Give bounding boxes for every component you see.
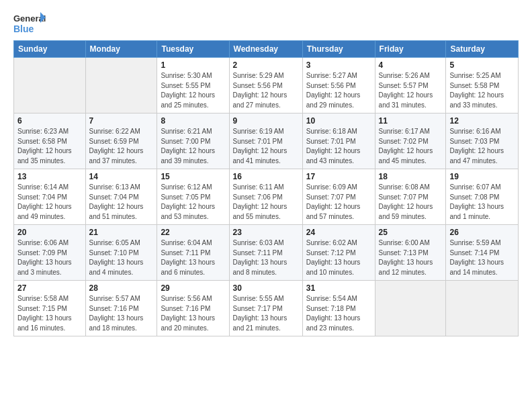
day-detail: Sunrise: 6:16 AM Sunset: 7:03 PM Dayligh… [449,127,515,166]
week-row-2: 6Sunrise: 6:23 AM Sunset: 6:58 PM Daylig… [14,113,519,169]
day-number: 23 [233,228,299,237]
day-detail: Sunrise: 5:27 AM Sunset: 5:56 PM Dayligh… [306,71,371,110]
calendar-cell: 11Sunrise: 6:17 AM Sunset: 7:02 PM Dayli… [375,113,446,169]
calendar-cell: 22Sunrise: 6:04 AM Sunset: 7:11 PM Dayli… [157,225,229,281]
calendar-cell: 9Sunrise: 6:19 AM Sunset: 7:01 PM Daylig… [229,113,302,169]
day-detail: Sunrise: 6:17 AM Sunset: 7:02 PM Dayligh… [379,127,443,166]
calendar-cell [446,281,519,336]
logo-svg: General Blue [13,11,46,36]
day-number: 5 [449,60,515,70]
calendar-cell: 12Sunrise: 6:16 AM Sunset: 7:03 PM Dayli… [446,113,519,169]
day-header-friday: Friday [375,41,446,58]
day-detail: Sunrise: 6:14 AM Sunset: 7:04 PM Dayligh… [17,183,82,222]
day-detail: Sunrise: 6:23 AM Sunset: 6:58 PM Dayligh… [17,127,82,166]
day-detail: Sunrise: 5:56 AM Sunset: 7:16 PM Dayligh… [161,294,225,333]
day-number: 4 [379,60,443,70]
day-detail: Sunrise: 6:00 AM Sunset: 7:13 PM Dayligh… [379,238,443,277]
calendar-cell [14,58,86,113]
day-number: 14 [89,172,154,181]
calendar-cell: 28Sunrise: 5:57 AM Sunset: 7:16 PM Dayli… [85,281,157,336]
week-row-1: 1Sunrise: 5:30 AM Sunset: 5:55 PM Daylig… [14,58,519,113]
calendar-cell: 31Sunrise: 5:54 AM Sunset: 7:18 PM Dayli… [302,281,375,336]
day-detail: Sunrise: 6:05 AM Sunset: 7:10 PM Dayligh… [89,238,154,277]
week-row-4: 20Sunrise: 6:06 AM Sunset: 7:09 PM Dayli… [14,225,519,281]
day-detail: Sunrise: 5:25 AM Sunset: 5:58 PM Dayligh… [449,71,515,110]
calendar-table: SundayMondayTuesdayWednesdayThursdayFrid… [13,40,519,336]
day-number: 31 [306,283,371,293]
day-header-saturday: Saturday [446,41,519,58]
calendar-cell: 18Sunrise: 6:08 AM Sunset: 7:07 PM Dayli… [375,169,446,225]
day-detail: Sunrise: 5:55 AM Sunset: 7:17 PM Dayligh… [233,294,299,333]
calendar-cell [85,58,157,113]
day-detail: Sunrise: 6:19 AM Sunset: 7:01 PM Dayligh… [233,127,299,166]
day-detail: Sunrise: 5:29 AM Sunset: 5:56 PM Dayligh… [233,71,299,110]
day-number: 11 [379,116,443,126]
calendar-cell: 15Sunrise: 6:12 AM Sunset: 7:05 PM Dayli… [157,169,229,225]
calendar-cell: 1Sunrise: 5:30 AM Sunset: 5:55 PM Daylig… [157,58,229,113]
day-detail: Sunrise: 6:12 AM Sunset: 7:05 PM Dayligh… [161,183,225,222]
day-number: 7 [89,116,154,126]
day-header-thursday: Thursday [302,41,375,58]
calendar-cell: 14Sunrise: 6:13 AM Sunset: 7:04 PM Dayli… [85,169,157,225]
day-number: 12 [449,116,515,126]
day-number: 19 [449,172,515,181]
week-row-5: 27Sunrise: 5:58 AM Sunset: 7:15 PM Dayli… [14,281,519,336]
day-detail: Sunrise: 6:06 AM Sunset: 7:09 PM Dayligh… [17,238,82,277]
day-number: 1 [161,60,225,70]
day-number: 24 [306,228,371,237]
calendar-cell: 2Sunrise: 5:29 AM Sunset: 5:56 PM Daylig… [229,58,302,113]
day-number: 29 [161,283,225,293]
day-detail: Sunrise: 6:09 AM Sunset: 7:07 PM Dayligh… [306,183,371,222]
calendar-cell: 20Sunrise: 6:06 AM Sunset: 7:09 PM Dayli… [14,225,86,281]
day-number: 21 [89,228,154,237]
calendar-cell: 26Sunrise: 5:59 AM Sunset: 7:14 PM Dayli… [446,225,519,281]
day-number: 26 [449,228,515,237]
calendar-cell: 27Sunrise: 5:58 AM Sunset: 7:15 PM Dayli… [14,281,86,336]
calendar-cell: 21Sunrise: 6:05 AM Sunset: 7:10 PM Dayli… [85,225,157,281]
day-detail: Sunrise: 6:08 AM Sunset: 7:07 PM Dayligh… [379,183,443,222]
day-detail: Sunrise: 5:59 AM Sunset: 7:14 PM Dayligh… [449,238,515,277]
calendar-cell: 4Sunrise: 5:26 AM Sunset: 5:57 PM Daylig… [375,58,446,113]
calendar-cell: 8Sunrise: 6:21 AM Sunset: 7:00 PM Daylig… [157,113,229,169]
header-row: SundayMondayTuesdayWednesdayThursdayFrid… [14,41,519,58]
calendar-cell: 24Sunrise: 6:02 AM Sunset: 7:12 PM Dayli… [302,225,375,281]
day-detail: Sunrise: 6:03 AM Sunset: 7:11 PM Dayligh… [233,238,299,277]
day-number: 20 [17,228,82,237]
day-number: 9 [233,116,299,126]
calendar-cell: 25Sunrise: 6:00 AM Sunset: 7:13 PM Dayli… [375,225,446,281]
header: General Blue [13,11,519,36]
logo: General Blue [13,11,46,36]
calendar-cell: 3Sunrise: 5:27 AM Sunset: 5:56 PM Daylig… [302,58,375,113]
day-detail: Sunrise: 6:18 AM Sunset: 7:01 PM Dayligh… [306,127,371,166]
day-detail: Sunrise: 6:22 AM Sunset: 6:59 PM Dayligh… [89,127,154,166]
week-row-3: 13Sunrise: 6:14 AM Sunset: 7:04 PM Dayli… [14,169,519,225]
day-number: 25 [379,228,443,237]
day-number: 28 [89,283,154,293]
day-header-wednesday: Wednesday [229,41,302,58]
calendar-cell [375,281,446,336]
day-number: 3 [306,60,371,70]
day-detail: Sunrise: 5:57 AM Sunset: 7:16 PM Dayligh… [89,294,154,333]
day-detail: Sunrise: 6:13 AM Sunset: 7:04 PM Dayligh… [89,183,154,222]
day-number: 18 [379,172,443,181]
calendar-cell: 30Sunrise: 5:55 AM Sunset: 7:17 PM Dayli… [229,281,302,336]
day-number: 22 [161,228,225,237]
day-detail: Sunrise: 5:26 AM Sunset: 5:57 PM Dayligh… [379,71,443,110]
day-number: 6 [17,116,82,126]
day-number: 13 [17,172,82,181]
day-detail: Sunrise: 6:21 AM Sunset: 7:00 PM Dayligh… [161,127,225,166]
day-detail: Sunrise: 5:54 AM Sunset: 7:18 PM Dayligh… [306,294,371,333]
day-detail: Sunrise: 6:04 AM Sunset: 7:11 PM Dayligh… [161,238,225,277]
day-header-monday: Monday [85,41,157,58]
calendar-cell: 16Sunrise: 6:11 AM Sunset: 7:06 PM Dayli… [229,169,302,225]
calendar-cell: 7Sunrise: 6:22 AM Sunset: 6:59 PM Daylig… [85,113,157,169]
calendar-cell: 6Sunrise: 6:23 AM Sunset: 6:58 PM Daylig… [14,113,86,169]
calendar-cell: 13Sunrise: 6:14 AM Sunset: 7:04 PM Dayli… [14,169,86,225]
calendar-cell: 23Sunrise: 6:03 AM Sunset: 7:11 PM Dayli… [229,225,302,281]
page: General Blue SundayMondayTuesdayWednesda… [0,0,532,411]
calendar-cell: 5Sunrise: 5:25 AM Sunset: 5:58 PM Daylig… [446,58,519,113]
day-detail: Sunrise: 6:02 AM Sunset: 7:12 PM Dayligh… [306,238,371,277]
day-detail: Sunrise: 6:07 AM Sunset: 7:08 PM Dayligh… [449,183,515,222]
day-header-sunday: Sunday [14,41,86,58]
svg-text:Blue: Blue [13,24,34,34]
